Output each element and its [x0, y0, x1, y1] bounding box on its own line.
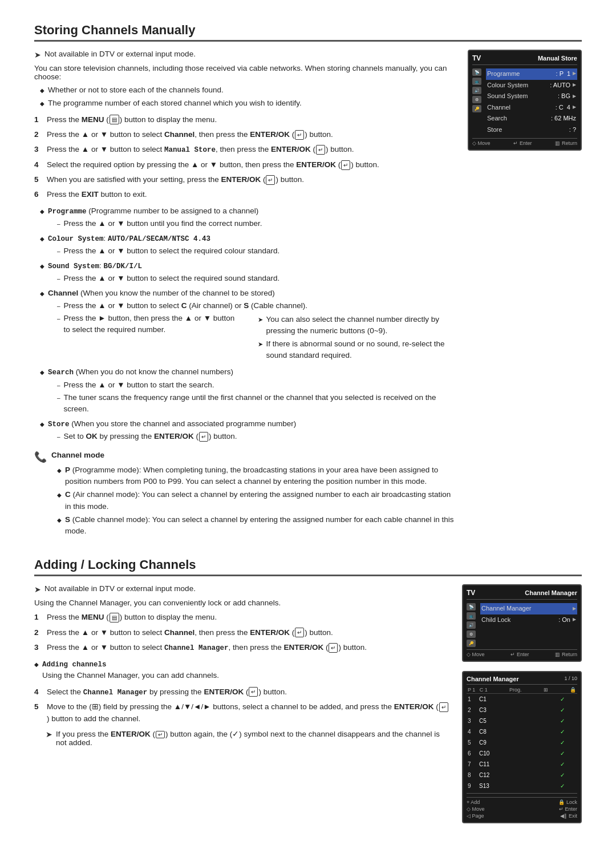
tv-body-manual-store: 📡 📺 🔊 ⚙ 🔑 Programme : P 1 ▶ — [472, 68, 577, 136]
tv-screen-manual-store: TV Manual Store 📡 📺 🔊 ⚙ 🔑 — [468, 50, 582, 155]
step-5: 5 When you are satisfied with your setti… — [34, 174, 456, 185]
search-sub-2: The tuner scans the frequency range unti… — [57, 392, 456, 415]
tv-icon-4: ⚙ — [472, 96, 481, 103]
cm-check-7: ✓ — [558, 759, 567, 769]
detail-sound: Sound System: BG/DK/I/L Press the ▲ or ▼… — [40, 260, 456, 286]
cm-prog-1: 1 — [468, 694, 479, 704]
cm-check-9: ✓ — [558, 781, 567, 791]
step-num-2: 2 — [34, 129, 42, 140]
step-4: 4 Select the required option by pressing… — [34, 159, 456, 171]
store-subs: Set to OK by pressing the ENTER/OK (↵) b… — [57, 431, 296, 442]
adding-channels-text: Using the Channel Manager, you can add c… — [42, 671, 219, 680]
add-step-num-3: 3 — [34, 642, 42, 654]
cm-chan-3: C5 — [479, 716, 558, 726]
adding-channels-item: Adding channels Using the Channel Manage… — [34, 658, 451, 682]
tv-cm-value-2: : On ▶ — [558, 615, 576, 625]
tv-row-search: Search : 62 MHz — [486, 113, 577, 124]
channel-subsub-2: If there is abnormal sound or no sound, … — [258, 338, 456, 362]
page-wrapper: Storing Channels Manually ➤ Not availabl… — [34, 23, 582, 841]
tv-cm-icon-5: 🔑 — [467, 640, 476, 647]
cm-col-lock: 🔒 — [570, 687, 576, 693]
step-num-3: 3 — [34, 144, 42, 156]
cm-check-8: ✓ — [558, 770, 567, 780]
search-sub-1: Press the ▲ or ▼ button to start the sea… — [57, 379, 456, 391]
tv-footer-return: ▥ Return — [555, 140, 577, 146]
step-num-1: 1 — [34, 114, 42, 126]
cm-chan-5: C9 — [479, 738, 558, 747]
channel-mode-box: 📞 Channel mode P (Programme mode): When … — [34, 450, 456, 541]
add-note-text: If you press the ENTER/OK (↵) button aga… — [56, 729, 451, 747]
mode-s: S (Cable channel mode): You can select a… — [57, 514, 456, 537]
tv-cm-label-2: Child Lock — [481, 615, 510, 625]
channel-mode-content: Channel mode P (Programme mode): When co… — [51, 450, 456, 541]
cm-prog-7: 7 — [468, 759, 479, 769]
tv-box-cm-top: TV Channel Manager 📡 📺 🔊 ⚙ 🔑 — [462, 584, 582, 662]
step-num-5: 5 — [34, 174, 42, 185]
step-text-3: Press the ▲ or ▼ button to select Manual… — [47, 144, 354, 156]
tv-row-store-val: Store : ? — [486, 124, 577, 136]
cm-check-1: ✓ — [558, 694, 567, 704]
tv-value-store-val: : ? — [569, 125, 576, 135]
detail-search: Search (When you do not know the channel… — [40, 366, 456, 417]
tv-row-programme: Programme : P 1 ▶ — [486, 68, 577, 80]
tv-screen-channel-manager: TV Channel Manager 📡 📺 🔊 ⚙ 🔑 — [462, 584, 582, 827]
channel-sub-1: Press the ▲ or ▼ button to select C (Air… — [57, 300, 456, 312]
tv-footer-enter: ↵ Enter — [513, 140, 532, 146]
detail-programme: Programme (Programme number to be assign… — [40, 205, 456, 231]
add-step-2: 2 Press the ▲ or ▼ button to select Chan… — [34, 627, 451, 638]
tv-footer-cm-move: ◇ Move — [467, 652, 485, 657]
add-step-text-4: Select the Channel Manager by pressing t… — [47, 686, 287, 698]
tv-cm-icon-4: ⚙ — [467, 630, 476, 638]
bottom-bar: continued... English - 11 — [34, 838, 582, 841]
note-text-adding: Not available in DTV or external input m… — [44, 584, 196, 593]
note-text-storing: Not available in DTV or external input m… — [44, 50, 196, 58]
channel-mode-title: Channel mode — [51, 450, 456, 461]
cm-chan-4: C8 — [479, 727, 558, 737]
detail-store: Store (When you store the channel and as… — [40, 418, 456, 444]
tv-cm-icon-1: 📡 — [467, 603, 476, 610]
step-text-1: Press the MENU (▤) button to display the… — [47, 114, 217, 126]
note-block-adding: ➤ Not available in DTV or external input… — [34, 584, 451, 594]
tv-box-cm-table: Channel Manager 1 / 10 P 1 C 1 Prog. ⊞ 🔒… — [462, 671, 582, 823]
tv-value-programme: : P 1 ▶ — [556, 69, 576, 79]
add-note-arrow: ➤ — [46, 730, 52, 739]
tv-label-store-val: Store — [487, 125, 502, 135]
tv-header-manual-store: TV Manual Store — [472, 54, 577, 65]
channel-mode-icon: 📞 — [34, 450, 47, 541]
tv-label-programme: Programme — [487, 69, 520, 79]
tv-cm-value-1: ▶ — [573, 604, 576, 614]
colour-subs: Press the ▲ or ▼ button to select the re… — [57, 245, 279, 257]
adding-steps-cont: 4 Select the Channel Manager by pressing… — [34, 686, 451, 725]
cm-check-4: ✓ — [558, 727, 567, 737]
detail-colour: Colour System: AUTO/PAL/SECAM/NTSC 4.43 … — [40, 233, 456, 258]
tv-cm-top-body: 📡 📺 🔊 ⚙ 🔑 Channel Manager ▶ — [467, 603, 577, 647]
tv-logo-cm-top: TV — [467, 589, 475, 597]
tv-rows-store: Programme : P 1 ▶ Colour System : AUTO ▶… — [486, 68, 577, 136]
tv-icon-2: 📺 — [472, 78, 481, 85]
cm-check-3: ✓ — [558, 716, 567, 726]
section-title-adding: Adding / Locking Channels — [34, 557, 582, 576]
storing-bullet-1: Whether or not to store each of the chan… — [40, 84, 456, 96]
search-subs: Press the ▲ or ▼ button to start the sea… — [57, 379, 456, 415]
cm-prog-8: 8 — [468, 770, 479, 780]
cm-footer-move: ◇ Move — [467, 806, 485, 812]
section-text-adding: ➤ Not available in DTV or external input… — [34, 584, 451, 751]
cm-prog-6: 6 — [468, 749, 479, 758]
intro-storing: You can store television channels, inclu… — [34, 64, 456, 81]
cm-table-title: Channel Manager — [467, 676, 519, 682]
add-step-num-4: 4 — [34, 686, 42, 698]
section-storing-channels: Storing Channels Manually ➤ Not availabl… — [34, 23, 582, 546]
add-step-text-1: Press the MENU (▤) button to display the… — [47, 612, 217, 623]
note-block-storing: ➤ Not available in DTV or external input… — [34, 50, 456, 59]
step-num-6: 6 — [34, 189, 42, 200]
tv-title-manual-store: Manual Store — [538, 55, 577, 62]
section-title-storing: Storing Channels Manually — [34, 23, 582, 42]
adding-channels-bullet: Adding channels Using the Channel Manage… — [34, 658, 451, 682]
tv-footer-cm-top: ◇ Move ↵ Enter ▥ Return — [467, 649, 577, 657]
tv-header-cm-top: TV Channel Manager — [467, 589, 577, 600]
add-step-num-1: 1 — [34, 612, 42, 623]
section-content-row-adding: ➤ Not available in DTV or external input… — [34, 584, 582, 827]
tv-row-chan: Channel : C 4 ▶ — [486, 102, 577, 114]
step-num-4: 4 — [34, 159, 42, 171]
cm-row-3: 3 C5 ✓ — [467, 715, 577, 726]
